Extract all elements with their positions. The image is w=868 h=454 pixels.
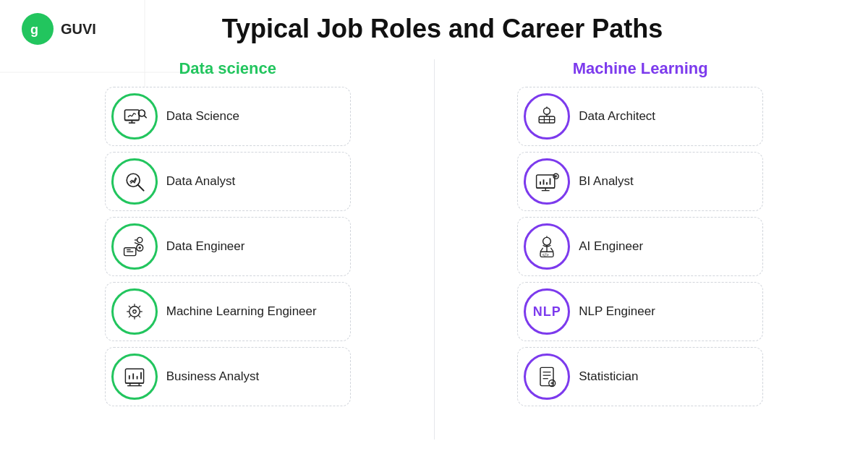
card-ai-engineer: </> AI Engineer [517,217,763,276]
svg-rect-61 [537,175,555,188]
business-analyst-icon [111,354,158,400]
card-data-engineer: Data Engineer [105,217,351,276]
svg-line-22 [137,185,143,191]
svg-point-26 [137,237,142,242]
card-bi-analyst-label: BI Analyst [579,174,634,189]
svg-line-17 [128,115,130,117]
svg-text:</>: </> [542,252,549,257]
card-data-science: Data Science [105,87,351,146]
data-analyst-icon [111,158,158,205]
header: g GUVI Typical Job Roles and Career Path… [0,0,868,52]
column-divider [434,59,435,440]
svg-rect-11 [124,110,139,120]
card-data-architect: Data Architect [517,87,763,146]
card-data-engineer-label: Data Engineer [166,239,245,254]
ai-engineer-icon: </> [524,223,570,270]
svg-line-44 [138,315,140,317]
svg-line-16 [144,116,146,118]
card-data-analyst: Data Analyst [105,152,351,211]
ml-engineer-icon [111,288,158,335]
svg-line-20 [134,113,136,115]
card-statistician-label: Statistician [579,369,638,385]
data-science-title: Data science [179,59,276,78]
svg-point-36 [133,310,137,314]
content-area: Data science [0,52,868,454]
card-business-analyst-label: Business Analyst [166,369,260,385]
card-ml-engineer-label: Machine Learning Engineer [166,304,317,319]
bi-analyst-icon [524,158,570,205]
svg-line-42 [138,306,140,308]
card-nlp-engineer: NLP NLP Engineer [517,282,763,341]
card-nlp-engineer-label: NLP Engineer [579,304,655,320]
svg-point-54 [544,108,550,114]
card-bi-analyst: BI Analyst [517,152,763,211]
data-architect-icon [524,93,570,140]
data-science-cards: Data Science [105,87,351,406]
svg-line-19 [132,113,134,117]
card-ai-engineer-label: AI Engineer [579,239,643,254]
svg-line-43 [129,315,131,317]
page-title: Typical Job Roles and Career Paths [96,14,846,44]
card-data-architect-label: Data Architect [579,108,655,124]
svg-point-35 [129,307,140,317]
card-data-analyst-label: Data Analyst [166,174,235,189]
svg-line-41 [129,306,131,308]
logo-text: GUVI [61,21,96,38]
card-data-science-label: Data Science [166,108,239,124]
machine-learning-column: Machine Learning [442,59,840,440]
card-business-analyst: Business Analyst [105,347,351,406]
card-statistician: Statistician [517,347,763,406]
nlp-engineer-icon: NLP [524,288,570,335]
svg-point-72 [543,237,551,245]
machine-learning-cards: Data Architect [517,87,763,406]
svg-line-77 [551,248,554,252]
nlp-text: NLP [533,304,561,320]
svg-line-76 [540,248,543,252]
statistician-icon [524,354,570,400]
card-ml-engineer: Machine Learning Engineer [105,282,351,341]
svg-text:g: g [30,22,38,37]
data-science-icon [111,93,158,140]
machine-learning-title: Machine Learning [573,59,708,78]
data-engineer-icon [111,223,158,270]
data-science-column: Data science [29,59,427,440]
logo-icon: g [22,13,54,45]
